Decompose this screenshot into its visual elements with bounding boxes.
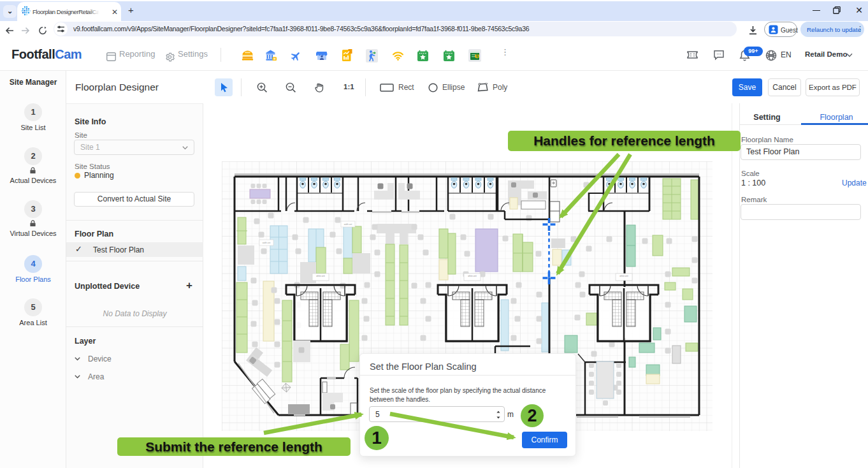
svg-text:white unit: white unit bbox=[619, 275, 628, 277]
svg-text:white unit: white unit bbox=[316, 275, 325, 277]
svg-text:width unit: width unit bbox=[263, 242, 271, 244]
svg-text:white unit: white unit bbox=[468, 275, 477, 277]
svg-text:width unit: width unit bbox=[344, 223, 352, 226]
svg-text:$: $ bbox=[476, 54, 479, 59]
